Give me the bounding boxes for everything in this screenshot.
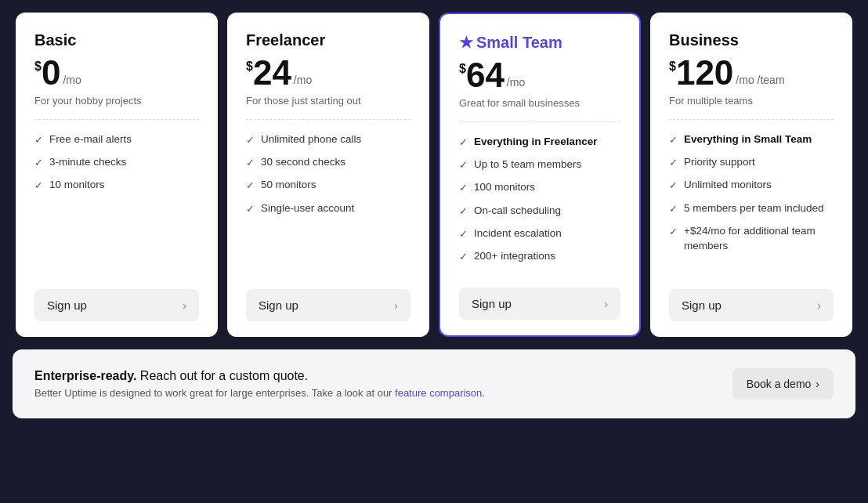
- feature-item: ✓Unlimited phone calls: [246, 132, 410, 147]
- enterprise-title-bold: Enterprise-ready.: [34, 369, 136, 382]
- feature-text: Priority support: [684, 155, 755, 170]
- signup-arrow-icon: ›: [394, 299, 398, 312]
- price-amount-business: 120: [676, 56, 733, 90]
- feature-list-freelancer: ✓Unlimited phone calls✓30 second checks✓…: [246, 132, 410, 273]
- signup-label: Sign up: [472, 297, 512, 310]
- feature-item: ✓200+ integrations: [459, 249, 620, 264]
- check-icon: ✓: [34, 133, 43, 147]
- enterprise-desc: Better Uptime is designed to work great …: [34, 387, 732, 399]
- book-demo-arrow-icon: ›: [816, 378, 819, 390]
- price-dollar-sign: $: [246, 60, 253, 73]
- enterprise-title-rest: Reach out for a custom quote.: [136, 369, 308, 382]
- signup-label: Sign up: [47, 299, 87, 312]
- signup-button-basic[interactable]: Sign up›: [34, 289, 199, 321]
- feature-text: 10 monitors: [49, 178, 105, 193]
- check-icon: ✓: [669, 202, 678, 216]
- plan-card-basic: Basic$0/moFor your hobby projects✓Free e…: [16, 13, 218, 337]
- enterprise-title: Enterprise-ready. Reach out for a custom…: [34, 369, 732, 383]
- price-period-business: /mo /team: [736, 74, 784, 85]
- check-icon: ✓: [34, 156, 43, 170]
- plan-divider: [246, 119, 410, 120]
- plan-divider: [669, 119, 834, 120]
- feature-text: 100 monitors: [474, 180, 535, 195]
- feature-text: 5 members per team included: [684, 201, 824, 216]
- check-icon: ✓: [459, 136, 468, 150]
- price-row-small-team: $64/mo: [459, 58, 620, 92]
- check-icon: ✓: [246, 202, 255, 216]
- plan-divider: [34, 119, 199, 120]
- check-icon: ✓: [246, 133, 255, 147]
- feature-item: ✓30 second checks: [246, 155, 410, 170]
- feature-text: 30 second checks: [261, 155, 345, 170]
- plan-tagline-freelancer: For those just starting out: [246, 95, 410, 107]
- check-icon: ✓: [459, 158, 468, 172]
- feature-text: On-call scheduling: [474, 204, 561, 219]
- plan-divider: [459, 121, 620, 122]
- enterprise-section: Enterprise-ready. Reach out for a custom…: [13, 349, 855, 418]
- feature-text: Single-user account: [261, 201, 354, 216]
- feature-item: ✓Single-user account: [246, 201, 410, 216]
- book-demo-label: Book a demo: [747, 378, 812, 390]
- feature-item: ✓On-call scheduling: [459, 204, 620, 219]
- check-icon: ✓: [669, 156, 678, 170]
- feature-list-basic: ✓Free e-mail alerts✓3-minute checks✓10 m…: [34, 132, 199, 273]
- check-icon: ✓: [669, 179, 678, 193]
- book-demo-button[interactable]: Book a demo ›: [732, 368, 834, 400]
- price-amount-small-team: 64: [466, 58, 505, 92]
- feature-text: Unlimited monitors: [684, 178, 772, 193]
- enterprise-desc-text: Better Uptime is designed to work great …: [34, 387, 395, 399]
- price-dollar-sign: $: [34, 60, 42, 73]
- feature-text: Everything in Small Team: [684, 132, 812, 147]
- feature-item: ✓Priority support: [669, 155, 834, 170]
- enterprise-text: Enterprise-ready. Reach out for a custom…: [34, 369, 732, 399]
- check-icon: ✓: [246, 179, 255, 193]
- price-dollar-sign: $: [459, 63, 466, 75]
- feature-item: ✓Incident escalation: [459, 226, 620, 241]
- check-icon: ✓: [34, 179, 43, 193]
- price-row-freelancer: $24/mo: [246, 56, 410, 90]
- plan-tagline-business: For multiple teams: [669, 95, 834, 107]
- feature-item: ✓Up to 5 team members: [459, 157, 620, 172]
- feature-text: Everything in Freelancer: [474, 135, 598, 150]
- feature-item: ✓Everything in Freelancer: [459, 135, 620, 150]
- feature-item: ✓50 monitors: [246, 178, 410, 193]
- price-period-freelancer: /mo: [294, 74, 312, 85]
- feature-item: ✓Everything in Small Team: [669, 132, 834, 147]
- price-period-basic: /mo: [63, 74, 81, 85]
- feature-item: ✓3-minute checks: [34, 155, 199, 170]
- plan-card-freelancer: Freelancer$24/moFor those just starting …: [227, 13, 429, 337]
- price-amount-freelancer: 24: [253, 56, 291, 90]
- plan-card-business: Business$120/mo /teamFor multiple teams✓…: [650, 13, 852, 337]
- feature-text: 50 monitors: [261, 178, 316, 193]
- plan-tagline-basic: For your hobby projects: [34, 95, 199, 107]
- feature-text: Up to 5 team members: [474, 157, 581, 172]
- price-amount-basic: 0: [42, 56, 60, 90]
- plan-name-freelancer: Freelancer: [246, 31, 410, 49]
- signup-arrow-icon: ›: [183, 299, 186, 312]
- feature-text: Unlimited phone calls: [261, 132, 361, 147]
- signup-arrow-icon: ›: [604, 298, 608, 310]
- featured-star-icon: ★: [459, 34, 473, 51]
- enterprise-desc-end: .: [482, 387, 485, 399]
- feature-comparison-link[interactable]: feature comparison: [395, 387, 482, 399]
- plan-name-basic: Basic: [34, 31, 199, 49]
- feature-item: ✓Free e-mail alerts: [34, 132, 199, 147]
- check-icon: ✓: [459, 227, 468, 241]
- signup-button-business[interactable]: Sign up›: [669, 289, 834, 321]
- feature-text: +$24/mo for additional team members: [684, 224, 834, 254]
- plan-name-business: Business: [669, 31, 834, 49]
- feature-item: ✓10 monitors: [34, 178, 199, 193]
- price-row-business: $120/mo /team: [669, 56, 834, 90]
- feature-item: ✓Unlimited monitors: [669, 178, 834, 193]
- check-icon: ✓: [669, 225, 678, 239]
- price-dollar-sign: $: [669, 60, 676, 73]
- price-period-small-team: /mo: [507, 77, 525, 88]
- signup-button-freelancer[interactable]: Sign up›: [246, 289, 410, 321]
- check-icon: ✓: [459, 181, 468, 195]
- check-icon: ✓: [459, 204, 468, 219]
- feature-text: Incident escalation: [474, 226, 562, 241]
- check-icon: ✓: [246, 156, 255, 170]
- signup-button-small-team[interactable]: Sign up›: [459, 288, 620, 320]
- feature-list-business: ✓Everything in Small Team✓Priority suppo…: [669, 132, 834, 273]
- signup-arrow-icon: ›: [817, 299, 821, 312]
